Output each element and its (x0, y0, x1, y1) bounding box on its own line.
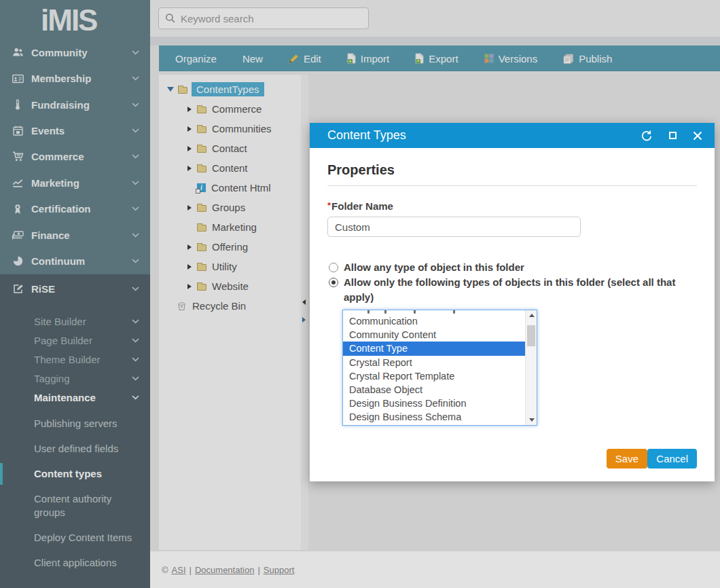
radio-allow-any[interactable]: Allow any type of object in this folder (327, 260, 697, 275)
close-icon[interactable] (693, 131, 702, 141)
content-types-dialog: Content Types Properties *Folder Name Al… (310, 123, 715, 481)
list-item[interactable]: Crystal Report Template (343, 369, 525, 383)
list-item[interactable]: Community Content (343, 328, 525, 342)
radio-allow-only-selected-types[interactable]: Allow only the following types of object… (327, 275, 697, 305)
properties-heading: Properties (327, 148, 697, 178)
clipped-list-item (343, 424, 525, 426)
required-marker: * (327, 200, 331, 210)
cancel-button[interactable]: Cancel (647, 449, 697, 468)
dialog-title-bar: Content Types (310, 123, 715, 148)
maximize-icon[interactable] (669, 132, 677, 139)
dialog-title: Content Types (327, 128, 406, 143)
radio-label: Allow any type of object in this folder (344, 260, 524, 275)
save-button[interactable]: Save (607, 449, 647, 468)
list-item-selected[interactable]: Content Type (343, 342, 525, 355)
list-item[interactable]: Crystal Report (343, 356, 525, 369)
dialog-body: Properties *Folder Name Allow any type o… (310, 148, 715, 481)
scroll-up-icon[interactable] (529, 314, 535, 317)
list-item[interactable]: Database Object (343, 383, 525, 397)
folder-name-input[interactable] (327, 217, 581, 237)
radio-unselected-icon[interactable] (329, 263, 338, 272)
listbox-scrollbar[interactable] (525, 310, 537, 425)
radio-label: Allow only the following types of object… (344, 275, 691, 305)
object-types-listbox[interactable]: Communication Community Content Content … (342, 310, 537, 426)
refresh-icon[interactable] (641, 130, 653, 142)
scroll-down-icon[interactable] (529, 418, 535, 422)
clipped-list-item (343, 310, 525, 314)
section-divider (327, 185, 697, 186)
list-item[interactable]: Design Business Schema (343, 410, 525, 424)
scrollbar-thumb[interactable] (527, 325, 535, 346)
folder-name-label: *Folder Name (327, 200, 697, 212)
radio-selected-icon[interactable] (329, 278, 338, 287)
list-item[interactable]: Design Business Definition (343, 397, 525, 410)
list-item[interactable]: Communication (343, 314, 525, 328)
